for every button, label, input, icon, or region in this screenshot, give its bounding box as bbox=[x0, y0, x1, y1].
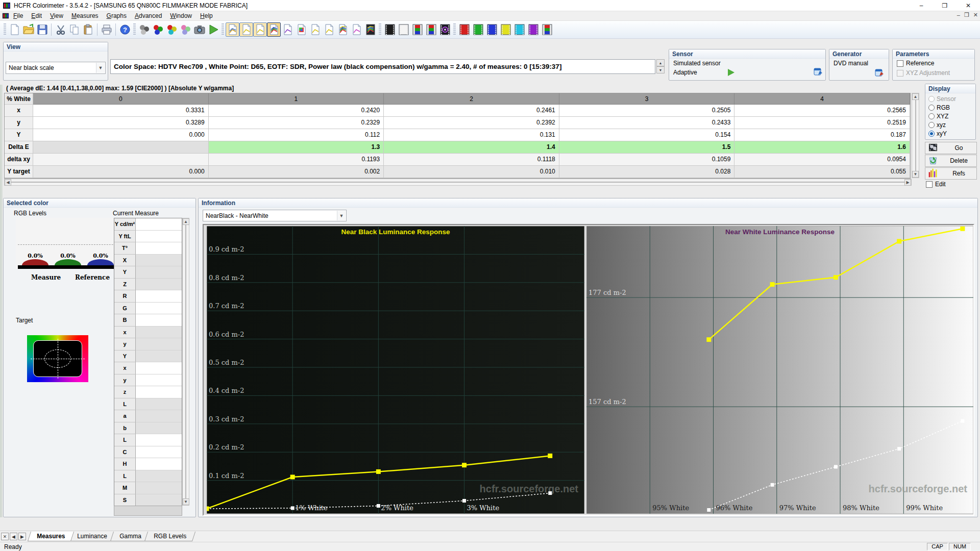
table-cell[interactable]: 1.6 bbox=[734, 141, 910, 154]
cut-button[interactable] bbox=[54, 22, 67, 37]
help-button[interactable]: ? bbox=[118, 22, 132, 37]
scroll-thumb[interactable] bbox=[915, 100, 916, 171]
rgb-colors-pattern-button[interactable] bbox=[540, 22, 554, 37]
refs-button[interactable]: Refs bbox=[925, 167, 977, 180]
measure-row-value[interactable] bbox=[136, 422, 182, 435]
gamma-histo-button[interactable] bbox=[322, 22, 336, 37]
table-cell[interactable] bbox=[33, 141, 209, 154]
table-cell[interactable]: 0.3331 bbox=[33, 105, 209, 117]
measure-row-value[interactable] bbox=[136, 458, 182, 470]
menu-advanced[interactable]: Advanced bbox=[131, 11, 166, 20]
print-button[interactable] bbox=[100, 22, 113, 37]
menu-help[interactable]: Help bbox=[196, 11, 217, 20]
measure-row-value[interactable] bbox=[136, 350, 182, 363]
measure-row-value[interactable] bbox=[136, 242, 182, 255]
menu-graphs[interactable]: Graphs bbox=[103, 11, 131, 20]
radio-icon[interactable] bbox=[928, 122, 935, 128]
measure-row-value[interactable] bbox=[136, 398, 182, 411]
measure-grayscale-button[interactable] bbox=[137, 22, 151, 37]
measures-summary-button[interactable] bbox=[363, 22, 377, 37]
blue-pattern-button[interactable] bbox=[485, 22, 499, 37]
table-cell[interactable]: 0.131 bbox=[384, 129, 559, 141]
sat-luminance-chart-button[interactable] bbox=[350, 22, 363, 37]
table-cell[interactable]: 0.2505 bbox=[559, 105, 735, 117]
green-pattern-button[interactable] bbox=[471, 22, 485, 37]
measure-row-value[interactable] bbox=[136, 362, 182, 374]
minimize-button[interactable]: – bbox=[910, 0, 933, 11]
measure-row-value[interactable] bbox=[136, 218, 182, 231]
rgb-levels-histo-button[interactable] bbox=[336, 22, 350, 37]
grayscale-chart-button[interactable] bbox=[226, 22, 239, 37]
table-cell[interactable]: 0.3289 bbox=[33, 117, 209, 129]
scroll-thumb[interactable] bbox=[185, 225, 186, 498]
luminance-histo-button[interactable] bbox=[308, 22, 322, 37]
measure-row-value[interactable] bbox=[136, 327, 182, 339]
table-cell[interactable]: 0.154 bbox=[559, 129, 735, 141]
close-view-icon[interactable]: ✕ bbox=[1, 533, 9, 540]
menu-file[interactable]: File bbox=[9, 11, 27, 20]
copy-button[interactable] bbox=[67, 22, 81, 37]
sensor-start-icon[interactable] bbox=[728, 69, 734, 76]
table-cell[interactable]: 0.055 bbox=[734, 166, 910, 178]
tab-luminance[interactable]: Luminance bbox=[68, 532, 116, 541]
measure-row-value[interactable] bbox=[136, 374, 182, 387]
mdi-restore-button[interactable]: ❒ bbox=[964, 12, 969, 18]
reference-checkbox[interactable]: Reference bbox=[897, 60, 950, 67]
scroll-right-icon[interactable]: ▶ bbox=[904, 179, 911, 186]
measure-row-value[interactable] bbox=[136, 434, 182, 446]
magenta-pattern-button[interactable] bbox=[526, 22, 540, 37]
yellow-pattern-button[interactable] bbox=[499, 22, 512, 37]
red-pattern-button[interactable] bbox=[457, 22, 471, 37]
table-horizontal-scrollbar[interactable]: ◀▶ bbox=[4, 179, 912, 186]
secondary-pattern-button[interactable] bbox=[424, 22, 438, 37]
table-cell[interactable] bbox=[33, 154, 209, 166]
table-cell[interactable]: 0.2433 bbox=[559, 117, 735, 129]
table-cell[interactable]: 0.112 bbox=[209, 129, 384, 141]
measure-row-value[interactable] bbox=[136, 470, 182, 483]
tab-rgb-levels[interactable]: RGB Levels bbox=[144, 532, 195, 541]
current-measure-scrollbar[interactable]: ▲▼ bbox=[182, 218, 189, 506]
table-cell[interactable]: 0.0954 bbox=[734, 154, 910, 166]
information-selector[interactable]: NearBlack - NearWhite ▼ bbox=[203, 210, 347, 221]
checkbox-box[interactable] bbox=[897, 60, 903, 67]
special-pattern-button[interactable] bbox=[438, 22, 452, 37]
table-cell[interactable]: 0.2461 bbox=[384, 105, 559, 117]
scroll-down-icon[interactable]: ▼ bbox=[183, 498, 189, 505]
measure-row-value[interactable] bbox=[136, 494, 182, 507]
scroll-thumb[interactable] bbox=[11, 182, 904, 183]
scroll-up-icon[interactable]: ▲ bbox=[912, 93, 919, 100]
table-cell[interactable]: 1.3 bbox=[209, 141, 384, 154]
table-cell[interactable]: 0.187 bbox=[734, 129, 910, 141]
generator-config-icon[interactable] bbox=[874, 68, 885, 78]
menu-measures[interactable]: Measures bbox=[67, 11, 103, 20]
table-cell[interactable]: 0.002 bbox=[209, 166, 384, 178]
rgb-pattern-button[interactable] bbox=[410, 22, 424, 37]
measure-secondaries-button[interactable] bbox=[165, 22, 179, 37]
scroll-left-icon[interactable]: ◀ bbox=[5, 179, 11, 186]
view-selector[interactable]: Near black scale ▼ bbox=[6, 62, 106, 74]
snapshot-button[interactable] bbox=[192, 22, 206, 37]
cyan-pattern-button[interactable] bbox=[512, 22, 526, 37]
measure-row-value[interactable] bbox=[136, 266, 182, 279]
spin-down-icon[interactable]: ▼ bbox=[656, 66, 665, 73]
new-file-button[interactable] bbox=[8, 22, 21, 37]
table-cell[interactable]: 0.1118 bbox=[384, 154, 559, 166]
save-file-button[interactable] bbox=[35, 22, 49, 37]
run-measures-button[interactable] bbox=[206, 22, 220, 37]
table-vertical-scrollbar[interactable]: ▲▼ bbox=[912, 93, 919, 178]
menu-edit[interactable]: Edit bbox=[27, 11, 46, 20]
display-radio-xyy[interactable]: xyY bbox=[928, 129, 972, 138]
tab-measures[interactable]: Measures bbox=[28, 532, 75, 541]
table-cell[interactable]: 0.1059 bbox=[559, 154, 735, 166]
open-file-button[interactable] bbox=[21, 22, 35, 37]
cie-diagram-button[interactable] bbox=[295, 22, 308, 37]
menu-window[interactable]: Window bbox=[166, 11, 196, 20]
paste-button[interactable] bbox=[81, 22, 95, 37]
white-pattern-button[interactable] bbox=[397, 22, 410, 37]
measure-row-value[interactable] bbox=[136, 338, 182, 350]
mdi-minimize-button[interactable]: – bbox=[957, 12, 960, 18]
radio-icon[interactable] bbox=[928, 131, 935, 137]
measure-row-value[interactable] bbox=[136, 410, 182, 422]
measure-row-value[interactable] bbox=[136, 279, 182, 291]
table-cell[interactable]: 0.2565 bbox=[734, 105, 910, 117]
